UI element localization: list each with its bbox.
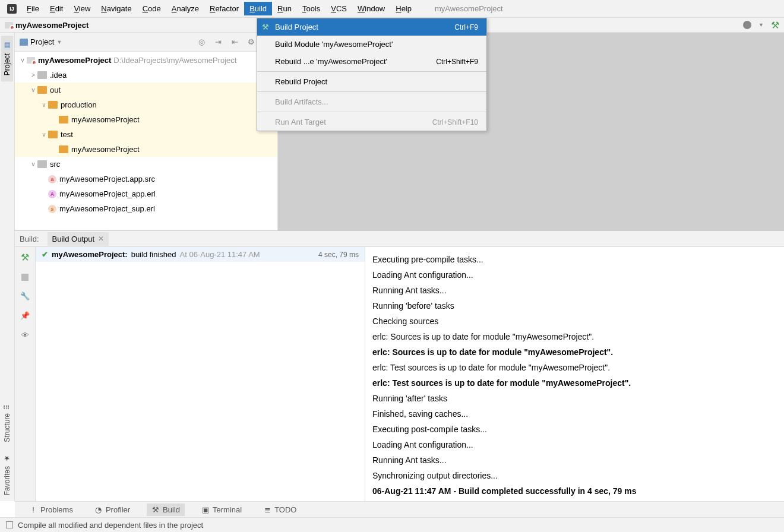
todo-icon: ≣ (263, 505, 271, 514)
tree-node-production[interactable]: vproduction (15, 97, 277, 112)
build-output-tab[interactable]: Build Output ✕ (48, 232, 109, 246)
tree-node--idea[interactable]: >.idea (15, 68, 277, 83)
menu-window[interactable]: Window (352, 2, 390, 15)
folder-icon (48, 131, 58, 138)
menu-item-build-project[interactable]: ⚒Build ProjectCtrl+F9 (257, 18, 486, 36)
folder-icon (59, 116, 68, 124)
terminal-icon: ▣ (201, 505, 210, 514)
build-icon[interactable]: ⚒ (771, 20, 779, 31)
select-opened-file-icon[interactable]: ◎ (197, 37, 206, 47)
left-tool-strip: Project▦ Structure⠿ Favorites★ (0, 33, 15, 501)
menu-edit[interactable]: Edit (45, 2, 68, 15)
menu-navigate[interactable]: Navigate (96, 2, 137, 15)
console-line: Synchronizing output directories... (372, 468, 777, 483)
status-text: Compile all modified and dependent files… (18, 521, 203, 530)
menu-item-build-module-myawesomeproject-[interactable]: Build Module 'myAwesomeProject' (257, 36, 486, 53)
menu-code[interactable]: Code (137, 2, 166, 15)
tree-node-src[interactable]: vsrc (15, 157, 277, 172)
tree-node-myawesomeproject-sup-erl[interactable]: smyAwesomeProject_sup.erl (15, 201, 277, 216)
file-type-icon: s (48, 205, 56, 213)
eye-icon[interactable]: 👁 (21, 331, 29, 340)
folder-icon (37, 86, 47, 94)
console-line: erlc: Sources is up to date for module "… (372, 344, 777, 360)
menu-bar: IJ FileEditViewNavigateCodeAnalyzeRefact… (0, 0, 784, 18)
build-toolbar: ⚒ 🔧 📌 👁 (15, 247, 36, 501)
menu-item-run-ant-target: Run Ant TargetCtrl+Shift+F10 (257, 113, 486, 131)
expand-all-icon[interactable]: ⇥ (213, 37, 223, 47)
build-tree[interactable]: ✔ myAwesomeProject: build finished At 06… (36, 247, 365, 501)
structure-tool-tab[interactable]: Structure⠿ (1, 398, 13, 448)
console-line: 06-Aug-21 11:47 AM - Build completed suc… (372, 483, 777, 499)
breadcrumb-project[interactable]: myAwesomeProject (15, 21, 88, 30)
project-tool-icon: ▦ (3, 42, 11, 50)
tool-profiler[interactable]: ◔Profiler (90, 504, 135, 516)
close-tab-icon[interactable]: ✕ (98, 235, 104, 243)
menu-run[interactable]: Run (272, 2, 297, 15)
project-panel-title[interactable]: Project (30, 37, 54, 46)
console-line: erlc: Sources is up to date for module "… (372, 329, 777, 344)
tree-node-myawesomeproject-app-erl[interactable]: AmyAwesomeProject_app.erl (15, 186, 277, 201)
build-result-name: myAwesomeProject: (52, 250, 128, 259)
tree-node-myawesomeproject-app-src[interactable]: amyAwesomeProject.app.src (15, 172, 277, 186)
menu-view[interactable]: View (68, 2, 96, 15)
stop-icon[interactable] (21, 274, 29, 281)
menu-analyze[interactable]: Analyze (166, 2, 204, 15)
menu-item-build-artifacts-: Build Artifacts... (257, 93, 486, 110)
pin-icon[interactable]: 📌 (20, 311, 30, 320)
build-result-row[interactable]: ✔ myAwesomeProject: build finished At 06… (36, 247, 365, 262)
tool-build[interactable]: ⚒Build (147, 504, 185, 516)
console-line: Running Ant tasks... (372, 452, 777, 468)
file-type-icon: a (48, 175, 56, 183)
user-dropdown-icon[interactable]: ▼ (758, 22, 764, 28)
tree-node-myawesomeproject[interactable]: myAwesomeProject (15, 142, 277, 157)
problems-icon: ! (29, 505, 37, 514)
menu-item-rebuild-project[interactable]: Rebuild Project (257, 73, 486, 90)
build-menu-dropdown: ⚒Build ProjectCtrl+F9Build Module 'myAwe… (257, 18, 487, 131)
build-tab-label: Build Output (52, 235, 95, 243)
project-panel-header: Project ▼ ◎ ⇥ ⇤ ⚙ — (15, 33, 277, 52)
collapse-all-icon[interactable]: ⇤ (230, 37, 239, 47)
folder-icon (37, 160, 47, 168)
menu-item-rebuild-e-myawesomeproject-[interactable]: Rebuild ...e 'myAwesomeProject'Ctrl+Shif… (257, 53, 486, 70)
console-line: Running 'after' tasks (372, 391, 777, 406)
build-icon: ⚒ (151, 505, 160, 514)
tool-todo[interactable]: ≣TODO (258, 504, 301, 516)
tree-node-test[interactable]: vtest (15, 127, 277, 142)
user-icon[interactable] (743, 21, 751, 29)
project-tool-tab[interactable]: Project▦ (1, 36, 13, 81)
console-line: Running 'before' tasks (372, 298, 777, 314)
console-line: Loading Ant configuration... (372, 437, 777, 452)
build-result-status: build finished (131, 250, 176, 259)
build-console[interactable]: Executing pre-compile tasks...Loading An… (365, 247, 784, 501)
tool-terminal[interactable]: ▣Terminal (197, 504, 246, 516)
console-line: Running Ant tasks... (372, 283, 777, 298)
menu-help[interactable]: Help (390, 2, 417, 15)
project-dropdown-icon[interactable]: ▼ (56, 39, 62, 45)
menu-file[interactable]: File (21, 2, 45, 15)
tree-node-myawesomeproject[interactable]: myAwesomeProject (15, 112, 277, 127)
hammer-icon[interactable]: ⚒ (21, 252, 29, 263)
console-line: erlc: Test sources is up to date for mod… (372, 375, 777, 391)
build-label: Build: (20, 235, 39, 243)
build-tool-window: Build: Build Output ✕ ⚒ 🔧 📌 👁 ✔ myAwesom… (15, 230, 784, 501)
menu-tools[interactable]: Tools (297, 2, 325, 15)
window-project-name: myAwesomeProject (435, 4, 503, 13)
tree-root[interactable]: vmyAwesomeProject D:\IdeaProjects\myAwes… (15, 53, 277, 68)
success-check-icon: ✔ (42, 250, 48, 259)
project-view-icon (20, 39, 28, 46)
star-icon: ★ (3, 454, 11, 463)
settings-gear-icon[interactable]: ⚙ (246, 37, 256, 47)
project-folder-icon (5, 22, 13, 28)
menu-vcs[interactable]: VCS (325, 2, 352, 15)
wrench-icon[interactable]: 🔧 (20, 292, 30, 300)
menu-refactor[interactable]: Refactor (204, 2, 244, 15)
favorites-tool-tab[interactable]: Favorites★ (1, 448, 13, 501)
folder-icon (48, 101, 58, 109)
build-tabs: Build: Build Output ✕ (15, 231, 784, 247)
tree-node-out[interactable]: vout (15, 83, 277, 97)
tool-problems[interactable]: !Problems (24, 504, 78, 516)
tool-windows-icon[interactable] (6, 521, 13, 528)
console-line: Executing post-compile tasks... (372, 422, 777, 437)
menu-build[interactable]: Build (244, 2, 272, 15)
hammer-icon: ⚒ (262, 23, 269, 31)
